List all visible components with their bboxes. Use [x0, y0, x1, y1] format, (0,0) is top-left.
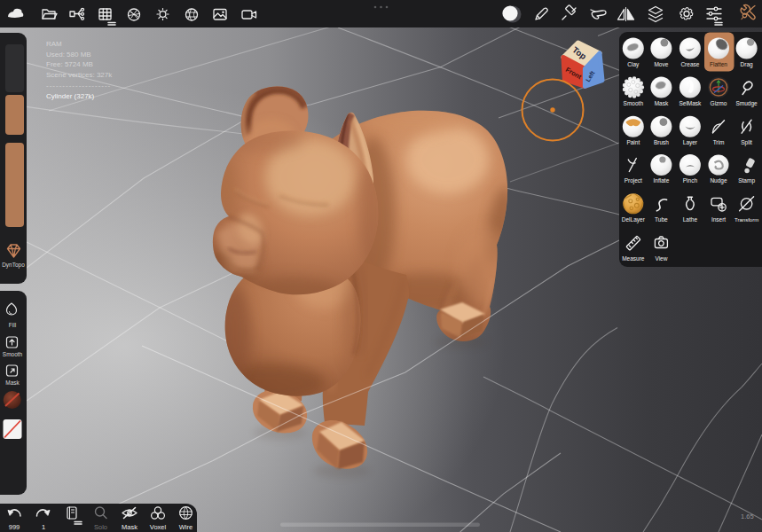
- svg-text:Drag: Drag: [741, 61, 753, 68]
- svg-text:Insert: Insert: [711, 216, 726, 223]
- svg-text:Trim: Trim: [713, 139, 725, 145]
- svg-text:Gizmo: Gizmo: [711, 100, 727, 106]
- svg-text:Inflate: Inflate: [654, 177, 670, 184]
- svg-text:Split: Split: [741, 139, 752, 146]
- svg-text:SelMask: SelMask: [679, 100, 702, 106]
- svg-text:Layer: Layer: [683, 139, 698, 146]
- svg-text:Project: Project: [625, 177, 642, 184]
- svg-text:Tube: Tube: [655, 216, 668, 223]
- svg-text:Nudge: Nudge: [710, 177, 727, 184]
- svg-text:1.65: 1.65: [741, 512, 754, 520]
- svg-text:Transform: Transform: [735, 217, 758, 223]
- svg-text:Mask: Mask: [655, 100, 669, 106]
- svg-text:DelLayer: DelLayer: [622, 216, 646, 223]
- svg-text:Wire: Wire: [179, 523, 192, 531]
- svg-text:Voxel: Voxel: [150, 523, 167, 531]
- svg-text:Pinch: Pinch: [683, 177, 698, 184]
- svg-text:Mask: Mask: [122, 523, 137, 531]
- svg-text:Smudge: Smudge: [735, 100, 758, 107]
- svg-text:Smooth: Smooth: [3, 351, 23, 357]
- svg-text:Paint: Paint: [626, 139, 640, 145]
- svg-text:1: 1: [42, 523, 45, 531]
- svg-text:Crease: Crease: [680, 61, 699, 67]
- svg-text:Fill: Fill: [9, 322, 17, 328]
- svg-text:Solo: Solo: [94, 523, 107, 531]
- svg-text:Move: Move: [654, 61, 668, 67]
- svg-text:DynTopo: DynTopo: [2, 262, 25, 269]
- svg-text:View: View: [655, 255, 667, 262]
- svg-text:Brush: Brush: [654, 139, 669, 145]
- svg-text:Stamp: Stamp: [738, 177, 755, 184]
- svg-text:Clay: Clay: [627, 61, 640, 68]
- svg-text:Smooth: Smooth: [624, 100, 644, 106]
- svg-text:Measure: Measure: [622, 255, 645, 262]
- svg-text:Mask: Mask: [5, 379, 20, 386]
- svg-text:999: 999: [9, 523, 20, 531]
- svg-text:Flatten: Flatten: [710, 61, 727, 67]
- svg-text:Lathe: Lathe: [683, 216, 698, 223]
